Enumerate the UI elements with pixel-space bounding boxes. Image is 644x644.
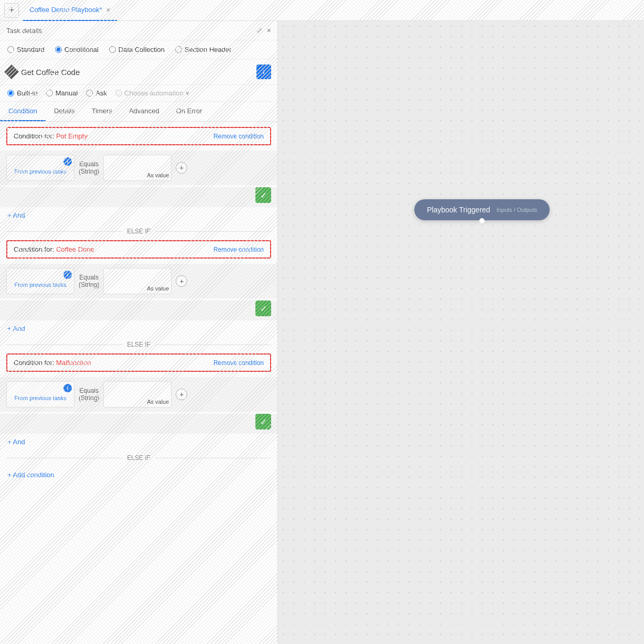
condition-row-3: i From previous tasks Equals (String) As… xyxy=(0,377,277,412)
left-panel: Task details ⤢ × Standard Conditional Da… xyxy=(0,21,278,644)
value-cell-3[interactable]: As value xyxy=(103,381,171,407)
main-layout: Task details ⤢ × Standard Conditional Da… xyxy=(0,21,644,644)
playbook-node[interactable]: Playbook Triggered Inputs / Outputs xyxy=(414,199,550,220)
canvas-panel: Playbook Triggered Inputs / Outputs xyxy=(278,21,644,644)
node-dot xyxy=(479,218,485,223)
